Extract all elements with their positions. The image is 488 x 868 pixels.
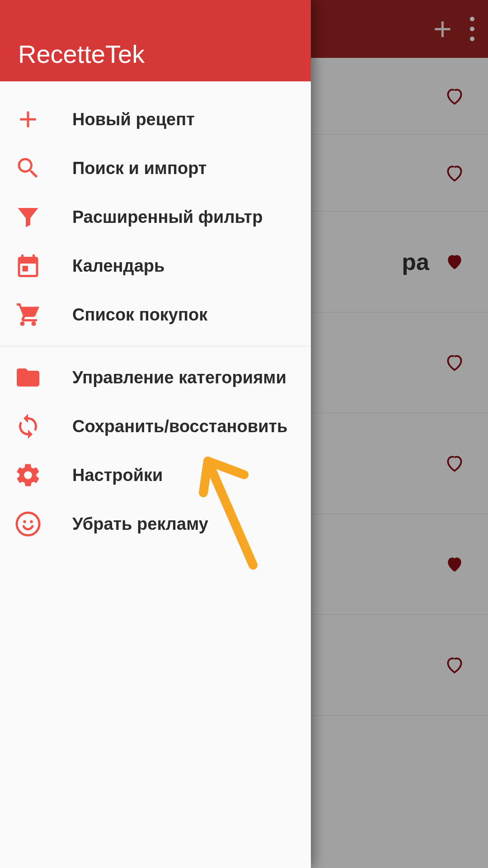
menu-item-label: Управление категориями xyxy=(72,368,286,387)
filter-icon xyxy=(14,203,42,231)
menu-divider xyxy=(0,346,311,346)
menu-item-label: Календарь xyxy=(72,256,164,276)
menu-item-label: Расширенный фильтр xyxy=(72,208,263,227)
menu-item-manage-categories[interactable]: Управление категориями xyxy=(0,353,311,402)
menu-item-label: Сохранить/восстановить xyxy=(72,417,287,436)
menu-item-calendar[interactable]: Календарь xyxy=(0,241,311,290)
menu-item-label: Новый рецепт xyxy=(72,110,195,129)
menu-item-label: Поиск и импорт xyxy=(72,159,206,178)
app-title: RecetteTek xyxy=(18,39,145,69)
menu-item-label: Настройки xyxy=(72,466,163,485)
menu-item-advanced-filter[interactable]: Расширенный фильтр xyxy=(0,193,311,241)
cart-icon xyxy=(14,301,42,328)
sync-icon xyxy=(14,413,42,440)
menu-item-new-recipe[interactable]: Новый рецепт xyxy=(0,95,311,144)
folder-icon xyxy=(14,364,42,391)
svg-point-0 xyxy=(23,520,26,524)
search-icon xyxy=(14,155,42,182)
svg-point-1 xyxy=(30,520,33,524)
menu-item-label: Убрать рекламу xyxy=(72,514,208,534)
drawer-header: RecetteTek xyxy=(0,0,311,81)
calendar-icon xyxy=(14,252,42,279)
navigation-drawer: RecetteTek Новый рецепт Поиск и импорт Р… xyxy=(0,0,311,868)
menu-item-search-import[interactable]: Поиск и импорт xyxy=(0,144,311,193)
drawer-menu: Новый рецепт Поиск и импорт Расширенный … xyxy=(0,81,311,548)
menu-item-shopping-list[interactable]: Список покупок xyxy=(0,290,311,339)
menu-item-remove-ads[interactable]: Убрать рекламу xyxy=(0,500,311,548)
smile-icon xyxy=(14,510,42,538)
menu-item-backup-restore[interactable]: Сохранить/восстановить xyxy=(0,402,311,451)
menu-item-settings[interactable]: Настройки xyxy=(0,451,311,500)
plus-icon xyxy=(14,106,42,133)
gear-icon xyxy=(14,462,42,489)
menu-item-label: Список покупок xyxy=(72,305,207,325)
